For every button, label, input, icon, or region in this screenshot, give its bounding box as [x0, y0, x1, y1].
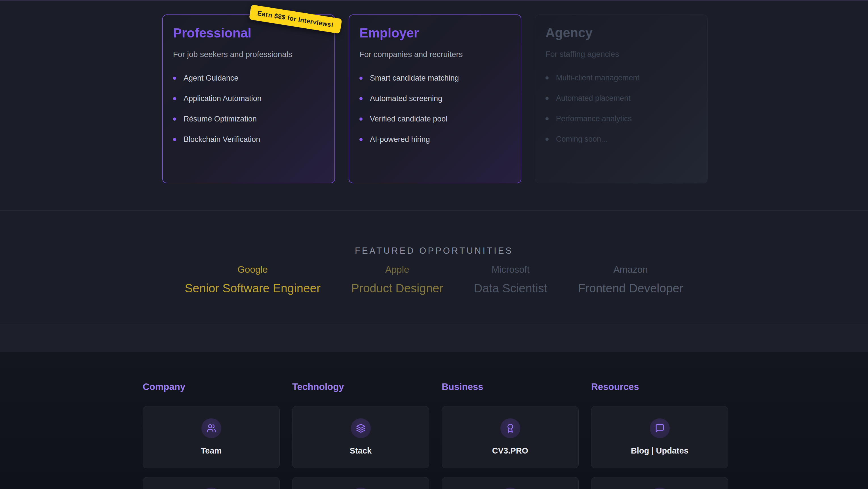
job-company: Google	[185, 264, 320, 275]
feature-label: Smart candidate matching	[370, 74, 459, 82]
plan-subtitle: For job seekers and professionals	[173, 49, 324, 60]
plan-feature: Verified candidate pool	[360, 115, 510, 123]
plan-feature-list: Multi-client management Automated placem…	[546, 74, 697, 143]
footer-card-partial[interactable]	[292, 477, 429, 489]
footer-partial-icon	[500, 488, 520, 489]
footer-link-cv3pro[interactable]: CV3.PRO	[442, 406, 579, 468]
plan-feature: Multi-client management	[546, 74, 697, 82]
feature-label: Automated screening	[370, 95, 442, 103]
footer-link-label: CV3.PRO	[442, 446, 578, 456]
job-role: Data Scientist	[474, 281, 547, 295]
plans-section: Professional For job seekers and profess…	[0, 0, 868, 210]
bullet-icon	[546, 117, 549, 120]
featured-opportunities-section: FEATURED OPPORTUNITIES Google Senior Sof…	[0, 210, 868, 324]
plan-subtitle: For companies and recruiters	[360, 49, 510, 60]
feature-label: Agent Guidance	[184, 74, 239, 82]
footer: Company Team Technology	[0, 352, 868, 489]
plan-feature-list: Agent Guidance Application Automation Ré…	[173, 74, 324, 143]
bullet-icon	[360, 97, 363, 100]
footer-card-partial[interactable]	[442, 477, 579, 489]
plan-card-agency: Agency For staffing agencies Multi-clien…	[535, 15, 708, 183]
bullet-icon	[173, 117, 176, 121]
job-role: Product Designer	[351, 281, 443, 295]
footer-partial-icon	[202, 488, 221, 489]
bullet-icon	[360, 77, 363, 80]
pricing-landing-page: Professional For job seekers and profess…	[0, 0, 868, 489]
job-company: Amazon	[578, 264, 683, 275]
footer-heading: Business	[442, 381, 483, 393]
footer-partial-icon	[650, 488, 670, 489]
bullet-icon	[546, 76, 549, 80]
award-icon	[500, 418, 520, 438]
featured-job: Amazon Frontend Developer	[578, 264, 683, 295]
featured-title: FEATURED OPPORTUNITIES	[0, 246, 868, 256]
plan-subtitle: For staffing agencies	[546, 49, 697, 59]
plan-feature: Coming soon...	[546, 135, 697, 143]
footer-heading: Company	[143, 381, 185, 393]
plan-feature: Smart candidate matching	[360, 74, 510, 82]
plan-feature: Application Automation	[173, 95, 324, 103]
plan-title: Agency	[546, 26, 697, 40]
feature-label: Résumé Optimization	[184, 115, 257, 123]
feature-label: Verified candidate pool	[370, 115, 447, 123]
plan-feature: Automated screening	[360, 95, 510, 103]
feature-label: Application Automation	[184, 95, 261, 103]
feature-label: Blockchain Verification	[184, 136, 260, 143]
plan-card-professional[interactable]: Professional For job seekers and profess…	[162, 15, 335, 183]
bullet-icon	[173, 138, 176, 141]
job-role: Senior Software Engineer	[185, 281, 320, 295]
footer-link-label: Team	[143, 446, 279, 456]
feature-label: AI-powered hiring	[370, 136, 430, 143]
bullet-icon	[546, 138, 549, 141]
feature-label: Coming soon...	[556, 135, 608, 143]
plan-feature: Performance analytics	[546, 115, 697, 123]
footer-link-blog-updates[interactable]: Blog | Updates	[591, 406, 728, 468]
plan-feature: Blockchain Verification	[173, 136, 324, 143]
plan-feature-list: Smart candidate matching Automated scree…	[360, 74, 510, 143]
bullet-icon	[360, 117, 363, 121]
feature-label: Multi-client management	[556, 74, 639, 82]
plan-feature: Agent Guidance	[173, 74, 324, 82]
message-bubble-icon	[650, 418, 670, 438]
plan-title: Employer	[360, 26, 510, 40]
bullet-icon	[173, 77, 176, 80]
plan-feature: AI-powered hiring	[360, 136, 510, 143]
job-role: Frontend Developer	[578, 281, 683, 295]
footer-link-stack[interactable]: Stack	[292, 406, 429, 468]
bullet-icon	[546, 97, 549, 100]
footer-link-label: Stack	[292, 446, 429, 456]
bullet-icon	[173, 97, 176, 100]
footer-heading: Technology	[292, 381, 344, 393]
plans-row: Professional For job seekers and profess…	[162, 15, 708, 183]
job-company: Microsoft	[474, 264, 547, 275]
featured-job: Apple Product Designer	[351, 264, 443, 295]
featured-jobs-row: Google Senior Software Engineer Apple Pr…	[0, 264, 868, 295]
feature-label: Performance analytics	[556, 115, 632, 123]
featured-job: Microsoft Data Scientist	[474, 264, 547, 295]
featured-job: Google Senior Software Engineer	[185, 264, 320, 295]
footer-partial-icon	[351, 488, 371, 489]
footer-heading: Resources	[591, 381, 639, 393]
section-spacer	[0, 324, 868, 352]
footer-link-team[interactable]: Team	[143, 406, 280, 468]
bullet-icon	[360, 138, 363, 141]
job-company: Apple	[351, 264, 443, 275]
footer-card-partial[interactable]	[143, 477, 280, 489]
plan-card-employer[interactable]: Employer For companies and recruiters Sm…	[349, 15, 521, 183]
footer-link-label: Blog | Updates	[591, 446, 728, 456]
footer-card-partial[interactable]	[591, 477, 728, 489]
plan-feature: Résumé Optimization	[173, 115, 324, 123]
layers-icon	[351, 418, 371, 438]
users-icon	[202, 418, 221, 438]
plan-feature: Automated placement	[546, 94, 697, 102]
feature-label: Automated placement	[556, 94, 630, 102]
plan-title: Professional	[173, 26, 324, 40]
